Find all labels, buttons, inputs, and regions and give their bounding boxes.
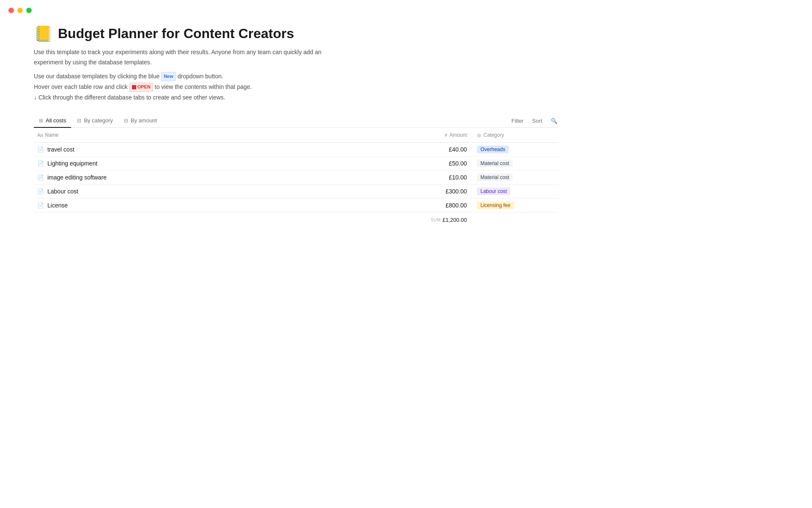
tab-by-category-label: By category (84, 117, 113, 124)
doc-icon: 📄 (37, 202, 44, 209)
row-4-category-badge: Labour cost (477, 188, 510, 195)
instructions: Use our database templates by clicking t… (34, 72, 558, 102)
tab-all-costs[interactable]: ⊞ All costs (34, 114, 71, 128)
table-row[interactable]: 📄 Lighting equipment £50.00 Material cos… (34, 157, 558, 171)
row-1-name-cell: 📄 travel cost (34, 143, 406, 156)
amount-col-icon: # (445, 133, 447, 138)
instruction-2-pre: Hover over each table row and click (34, 83, 128, 90)
amount-col-label: Amount (450, 132, 467, 138)
close-button[interactable] (8, 8, 14, 13)
sum-amount-cell: SUM £1,200.00 (406, 215, 474, 225)
row-5-amount-cell: £800.00 (406, 199, 474, 212)
description-line2: experiment by using the database templat… (34, 59, 152, 66)
sum-name-cell (34, 215, 406, 225)
doc-icon: 📄 (37, 174, 44, 181)
category-col-icon: ◎ (477, 133, 481, 138)
description: Use this template to track your experime… (34, 47, 558, 67)
row-5-name-cell: 📄 License (34, 199, 406, 212)
badge-open: OPEN (129, 83, 153, 92)
instruction-1-post: dropdown button. (178, 73, 223, 80)
row-2-category-badge: Material cost (477, 160, 513, 167)
row-3-amount-cell: £10.00 (406, 171, 474, 184)
row-1-amount-cell: £40.00 (406, 143, 474, 156)
instruction-2-post: to view the contents within that page. (155, 83, 252, 90)
badge-new: New (161, 72, 176, 81)
row-4-amount-cell: £300.00 (406, 185, 474, 198)
row-5-category-cell: Licensing fee (474, 199, 558, 212)
row-5-amount: £800.00 (445, 202, 467, 209)
table-row[interactable]: 📄 travel cost £40.00 Overheads (34, 143, 558, 157)
name-col-label: Name (45, 132, 58, 138)
tab-by-amount-label: By amount (131, 117, 157, 124)
row-4-name: Labour cost (47, 188, 78, 195)
maximize-button[interactable] (26, 8, 32, 13)
table-row[interactable]: 📄 Labour cost £300.00 Labour cost (34, 185, 558, 199)
name-col-icon: Aa (37, 133, 43, 138)
row-3-amount: £10.00 (449, 174, 467, 181)
category-col-label: Category (483, 132, 504, 138)
tab-by-category-icon: ⊟ (77, 118, 81, 124)
col-header-category: ◎ Category (474, 130, 558, 140)
row-1-name: travel cost (47, 146, 74, 153)
col-header-amount: # Amount (406, 130, 474, 140)
table: Aa Name # Amount ◎ Category 📄 travel cos… (34, 128, 558, 227)
row-1-category-cell: Overheads (474, 143, 558, 156)
row-2-amount: £50.00 (449, 160, 467, 167)
col-header-name: Aa Name (34, 130, 406, 140)
row-5-name: License (47, 202, 68, 209)
instruction-3: ↓ Click through the different database t… (34, 94, 225, 101)
sort-button[interactable]: Sort (531, 116, 543, 126)
database: ⊞ All costs ⊟ By category ⊟ By amount Fi… (34, 114, 558, 227)
doc-icon: 📄 (37, 160, 44, 167)
row-1-amount: £40.00 (449, 146, 467, 153)
filter-button[interactable]: Filter (510, 116, 524, 126)
page-title: Budget Planner for Content Creators (58, 26, 294, 41)
main-content: 📒 Budget Planner for Content Creators Us… (0, 17, 592, 244)
doc-icon: 📄 (37, 188, 44, 195)
description-line1: Use this template to track your experime… (34, 49, 321, 55)
table-header: Aa Name # Amount ◎ Category (34, 128, 558, 143)
table-row[interactable]: 📄 image editing software £10.00 Material… (34, 171, 558, 185)
tab-by-amount-icon: ⊟ (124, 118, 128, 124)
page-emoji: 📒 (34, 26, 53, 41)
sum-category-cell (474, 215, 558, 225)
tab-all-costs-label: All costs (46, 117, 66, 124)
row-3-name: image editing software (47, 174, 107, 181)
page-title-row: 📒 Budget Planner for Content Creators (34, 26, 558, 41)
tab-by-category[interactable]: ⊟ By category (72, 114, 118, 128)
row-1-category-badge: Overheads (477, 146, 509, 153)
search-icon[interactable]: 🔍 (550, 116, 558, 126)
sum-row: SUM £1,200.00 (34, 213, 558, 227)
minimize-button[interactable] (17, 8, 23, 13)
tab-all-costs-icon: ⊞ (39, 118, 43, 124)
traffic-lights (0, 0, 812, 17)
table-row[interactable]: 📄 License £800.00 Licensing fee (34, 199, 558, 213)
row-3-name-cell: 📄 image editing software (34, 171, 406, 184)
row-2-amount-cell: £50.00 (406, 157, 474, 170)
row-4-category-cell: Labour cost (474, 185, 558, 198)
row-2-name-cell: 📄 Lighting equipment (34, 157, 406, 170)
row-4-name-cell: 📄 Labour cost (34, 185, 406, 198)
sum-value: £1,200.00 (442, 217, 467, 223)
row-2-category-cell: Material cost (474, 157, 558, 170)
instruction-1-pre: Use our database templates by clicking t… (34, 73, 159, 80)
tab-by-amount[interactable]: ⊟ By amount (119, 114, 162, 128)
row-3-category-cell: Material cost (474, 171, 558, 184)
open-icon (132, 85, 136, 89)
tabs-right: Filter Sort 🔍 (510, 116, 558, 126)
row-5-category-badge: Licensing fee (477, 202, 514, 209)
tabs-left: ⊞ All costs ⊟ By category ⊟ By amount (34, 114, 510, 127)
row-2-name: Lighting equipment (47, 160, 97, 167)
row-3-category-badge: Material cost (477, 174, 513, 181)
row-4-amount: £300.00 (445, 188, 467, 195)
sum-label: SUM (431, 218, 441, 222)
tabs-bar: ⊞ All costs ⊟ By category ⊟ By amount Fi… (34, 114, 558, 128)
doc-icon: 📄 (37, 146, 44, 153)
